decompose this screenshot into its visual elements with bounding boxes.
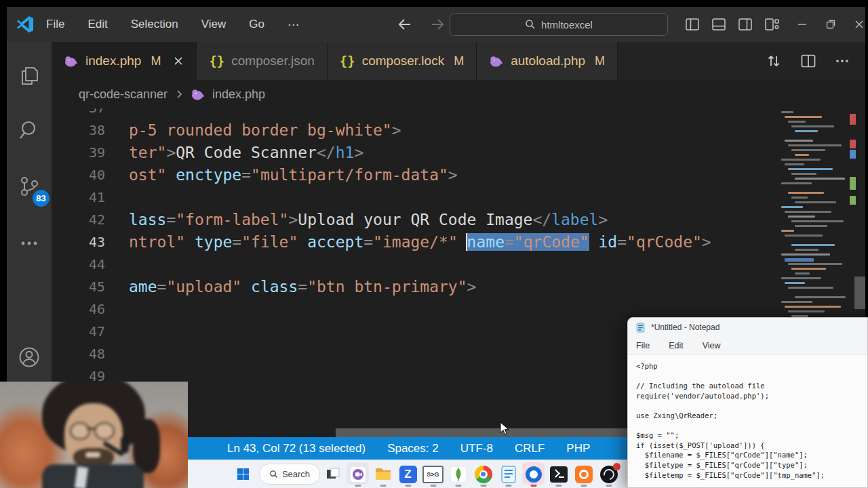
notepad-button[interactable]	[496, 461, 521, 488]
menu-item-item[interactable]: ⋯	[288, 18, 299, 32]
minimap-line	[785, 235, 823, 237]
split-editor-icon[interactable]	[800, 53, 816, 69]
breadcrumb-folder[interactable]: qr-code-scanner	[79, 87, 167, 102]
tab-composer-json[interactable]: {}composer.json	[197, 42, 327, 80]
code-line-41: 41	[52, 186, 865, 209]
command-center-search[interactable]: htmltoexcel	[450, 13, 668, 36]
taskbar-search[interactable]: Search	[259, 464, 320, 485]
customize-layout-icon[interactable]	[764, 17, 779, 32]
notepad-content[interactable]: <?php // Including the autoload filerequ…	[628, 355, 867, 480]
code-text: ame="upload" class="btn btn-primary">	[129, 276, 476, 298]
xampp-button[interactable]	[571, 461, 596, 488]
php-file-icon	[489, 55, 504, 67]
tab-autoload-php[interactable]: autoload.phpM	[477, 42, 618, 80]
notepad-text-line	[636, 401, 867, 411]
mouse-cursor	[500, 422, 510, 436]
notepad-titlebar[interactable]: *Untitled - Notepad	[628, 318, 867, 337]
recorder-app-button[interactable]	[521, 461, 546, 488]
obs-button[interactable]	[596, 461, 621, 488]
json-file-icon: {}	[340, 54, 355, 68]
status-eol-sequence[interactable]: CRLF	[515, 442, 545, 455]
taskbar-search-label: Search	[282, 469, 310, 479]
chat-app-button[interactable]	[345, 461, 370, 488]
minimap-line	[785, 211, 831, 213]
minimap-line	[785, 116, 822, 118]
tab-bar: index.phpM{}composer.json{}composer.lock…	[52, 42, 865, 80]
minimap-line	[785, 282, 805, 284]
toggle-secondary-sidebar-icon[interactable]	[738, 17, 753, 32]
search-icon	[525, 19, 536, 30]
notepad-icon	[636, 323, 645, 333]
notepad-menubar: FileEditView	[628, 337, 867, 355]
explorer-icon[interactable]	[18, 64, 41, 87]
running-indicator	[505, 485, 511, 487]
terminal-button[interactable]	[546, 461, 571, 488]
minimap-line	[781, 230, 794, 232]
tab-label: index.php	[85, 54, 141, 68]
minimap-line	[791, 149, 825, 151]
line-number: 42	[52, 209, 105, 231]
menu-item-selection[interactable]: Selection	[131, 18, 178, 31]
tab-composer-lock[interactable]: {}composer.lockM	[328, 42, 477, 80]
menu-item-view[interactable]: View	[201, 18, 226, 31]
close-tab-icon[interactable]	[173, 56, 184, 66]
running-indicator	[480, 485, 486, 487]
close-icon[interactable]	[854, 20, 864, 29]
status-indentation[interactable]: Spaces: 2	[387, 442, 439, 455]
more-actions-icon[interactable]	[834, 53, 850, 69]
minimap-line	[781, 301, 812, 303]
mongodb-button[interactable]	[446, 461, 471, 488]
notepad-menu-edit[interactable]: Edit	[669, 341, 684, 350]
start-button[interactable]	[233, 465, 252, 484]
chrome-button[interactable]	[471, 461, 496, 488]
overview-marker-green	[850, 177, 856, 190]
menu-item-edit[interactable]: Edit	[87, 18, 107, 31]
status-cursor-position[interactable]: Ln 43, Col 72 (13 selected)	[227, 442, 366, 455]
code-text: ost" enctype="multipart/form-data">	[129, 164, 458, 186]
notepad-text-line: <?php	[636, 361, 867, 371]
task-view-button[interactable]	[320, 461, 345, 488]
minimap[interactable]	[778, 108, 846, 327]
toggle-panel-icon[interactable]	[711, 17, 726, 32]
open-changes-icon[interactable]	[765, 52, 783, 70]
z-app-button[interactable]: Z	[395, 461, 420, 488]
more-views-icon[interactable]	[18, 232, 41, 255]
overview-marker-green	[850, 196, 856, 205]
minimize-icon[interactable]	[797, 20, 807, 29]
forward-arrow-icon[interactable]	[429, 16, 446, 33]
minimap-line	[795, 296, 846, 298]
minimap-line	[795, 225, 827, 227]
task-view-icon	[325, 466, 341, 483]
running-indicator	[580, 485, 587, 487]
restore-icon[interactable]	[826, 20, 835, 29]
notepad-menu-view[interactable]: View	[703, 341, 721, 350]
back-arrow-icon[interactable]	[397, 16, 413, 33]
file-explorer-button[interactable]	[370, 461, 395, 488]
minimap-line	[788, 192, 824, 194]
webcam-overlay	[0, 382, 188, 488]
code-line-40: 40ost" enctype="multipart/form-data">	[52, 164, 865, 186]
minimap-line	[795, 178, 845, 180]
account-icon[interactable]	[18, 346, 41, 369]
minimap-line	[781, 159, 821, 161]
minimap-line	[788, 144, 842, 146]
z-app-icon: Z	[399, 466, 417, 483]
status-encoding[interactable]: UTF-8	[460, 442, 493, 455]
code-line-42: 42lass="form-label">Upload your QR Code …	[52, 209, 865, 231]
menu-item-file[interactable]: File	[46, 18, 64, 31]
minimap-line	[788, 263, 842, 265]
toggle-sidebar-icon[interactable]	[685, 17, 700, 32]
menu-item-go[interactable]: Go	[249, 18, 264, 31]
webcam-person	[0, 382, 188, 488]
horizontal-scrollbar[interactable]	[336, 428, 631, 437]
svg-viewer-button[interactable]: S>G	[420, 461, 446, 488]
vertical-scrollbar[interactable]	[854, 277, 865, 309]
minimap-line	[785, 140, 813, 142]
notepad-menu-file[interactable]: File	[636, 341, 650, 350]
minimap-line	[795, 154, 809, 156]
status-language-mode[interactable]: PHP	[566, 442, 590, 455]
minimap-line	[788, 216, 815, 218]
tab-index-php[interactable]: index.phpM	[52, 42, 197, 80]
search-sidebar-icon[interactable]	[18, 119, 41, 142]
breadcrumb-file[interactable]: index.php	[212, 87, 265, 102]
